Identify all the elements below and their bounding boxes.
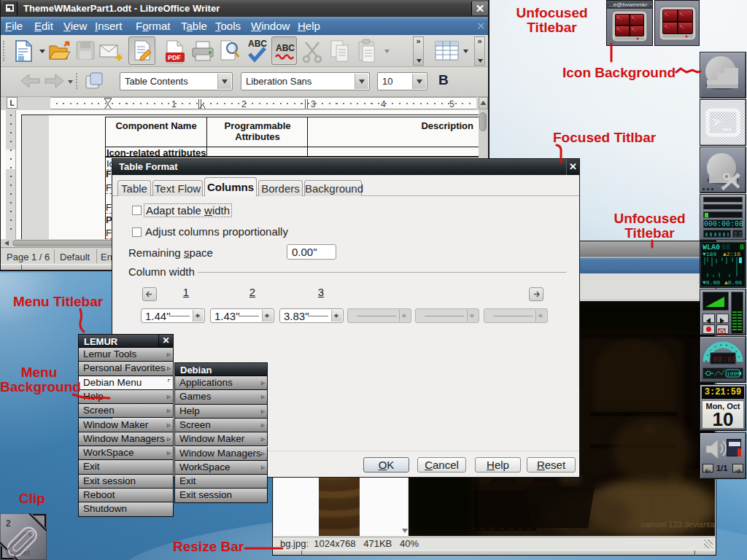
svg-text:>_: >_ [632,16,637,20]
svg-text:2: 2 [6,518,11,529]
svg-text:>_: >_ [665,25,670,29]
svg-text:>_: >_ [617,28,622,32]
svg-text:88:88: 88:88 [713,355,737,364]
svg-text:>_: >_ [680,12,685,17]
svg-text:samuel 123.deviantart.com: samuel 123.deviantart.com [640,520,715,529]
svg-text:>_: >_ [665,12,670,17]
svg-text:100%: 100% [727,370,740,377]
svg-text:>_: >_ [632,28,637,32]
svg-text:>_: >_ [680,25,685,29]
svg-text:>_: >_ [617,16,622,20]
